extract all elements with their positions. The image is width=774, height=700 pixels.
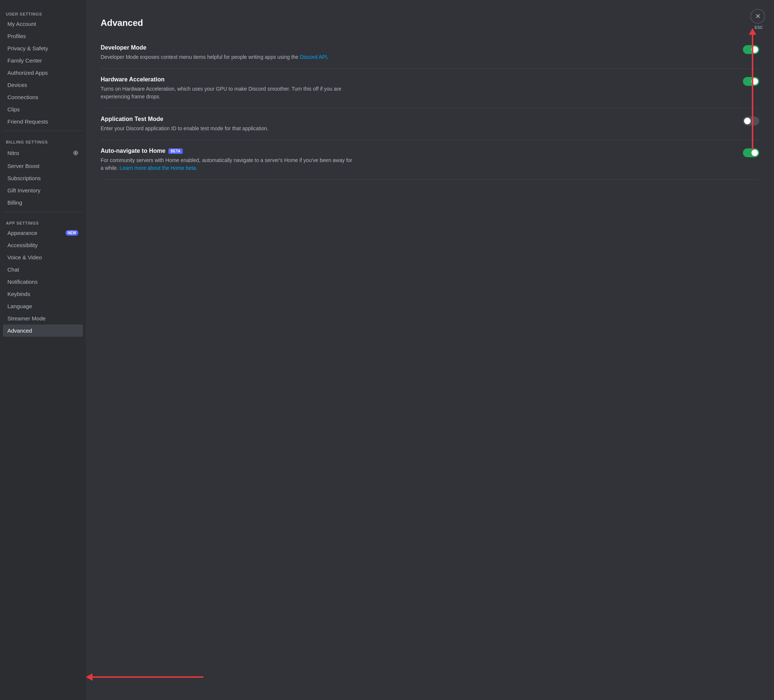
sidebar-item-accessibility[interactable]: Accessibility	[3, 239, 83, 251]
auto-navigate-home-row: Auto-navigate to Home BETA For community…	[101, 147, 759, 172]
hardware-acceleration-toggle[interactable]: ✓	[743, 77, 759, 86]
home-beta-link[interactable]: Learn more about the Home beta.	[119, 165, 197, 171]
arrow-left-head	[86, 674, 93, 681]
application-test-mode-info: Application Test Mode Enter your Discord…	[101, 116, 737, 132]
developer-mode-label: Developer Mode	[101, 45, 737, 51]
sidebar-item-friend-requests[interactable]: Friend Requests	[3, 116, 83, 127]
auto-navigate-home-info: Auto-navigate to Home BETA For community…	[101, 147, 737, 172]
developer-mode-row: Developer Mode Developer Mode exposes co…	[101, 45, 759, 61]
sidebar-item-voice-video[interactable]: Voice & Video	[3, 251, 83, 263]
sidebar-item-keybinds[interactable]: Keybinds	[3, 288, 83, 300]
sidebar-divider-2	[3, 212, 83, 212]
horizontal-arrow-annotation	[86, 674, 203, 681]
sidebar-item-connections[interactable]: Connections	[3, 91, 83, 103]
application-test-mode-row: Application Test Mode Enter your Discord…	[101, 116, 759, 132]
badge-new-appearance: NEW	[66, 230, 78, 236]
badge-beta-auto-navigate: BETA	[168, 148, 182, 154]
sidebar-item-chat[interactable]: Chat	[3, 263, 83, 276]
auto-navigate-home-section: Auto-navigate to Home BETA For community…	[101, 140, 759, 180]
sidebar-item-my-account[interactable]: My Account	[3, 18, 83, 30]
app-settings-section-label: App Settings	[3, 215, 83, 227]
sidebar-divider-1	[3, 131, 83, 131]
arrow-horizontal-body	[93, 676, 203, 678]
user-settings-section-label: User Settings	[3, 6, 83, 18]
sidebar-item-clips[interactable]: Clips	[3, 103, 83, 116]
developer-mode-section: Developer Mode Developer Mode exposes co…	[101, 37, 759, 69]
sidebar-item-subscriptions[interactable]: Subscriptions	[3, 172, 83, 184]
hardware-acceleration-row: Hardware Acceleration Turns on Hardware …	[101, 76, 759, 101]
close-button[interactable]: ✕	[750, 9, 765, 24]
developer-mode-toggle[interactable]: ✓	[743, 45, 759, 54]
developer-mode-description: Developer Mode exposes context menu item…	[101, 53, 352, 61]
sidebar-item-notifications[interactable]: Notifications	[3, 276, 83, 288]
hardware-acceleration-section: Hardware Acceleration Turns on Hardware …	[101, 69, 759, 108]
sidebar-item-devices[interactable]: Devices	[3, 79, 83, 91]
sidebar-item-privacy-safety[interactable]: Privacy & Safety	[3, 42, 83, 55]
discord-api-link[interactable]: Discord API	[300, 54, 327, 60]
auto-navigate-home-toggle[interactable]: ✓	[743, 148, 759, 157]
sidebar-item-streamer-mode[interactable]: Streamer Mode	[3, 312, 83, 324]
sidebar-item-family-center[interactable]: Family Center	[3, 55, 83, 66]
page-title: Advanced	[101, 18, 759, 28]
nitro-icon: ⊕	[73, 149, 78, 157]
application-test-mode-label: Application Test Mode	[101, 116, 737, 122]
sidebar-item-authorized-apps[interactable]: Authorized Apps	[3, 66, 83, 79]
sidebar-item-appearance[interactable]: Appearance NEW	[3, 227, 83, 239]
auto-navigate-home-label: Auto-navigate to Home BETA	[101, 147, 737, 154]
hardware-acceleration-label: Hardware Acceleration	[101, 76, 737, 83]
hardware-acceleration-info: Hardware Acceleration Turns on Hardware …	[101, 76, 737, 101]
main-content: ✕ ESC Advanced Developer Mode Developer …	[86, 0, 774, 700]
sidebar-item-billing[interactable]: Billing	[3, 197, 83, 209]
sidebar-item-language[interactable]: Language	[3, 300, 83, 312]
sidebar-item-profiles[interactable]: Profiles	[3, 30, 83, 42]
application-test-mode-toggle[interactable]: ✕	[743, 117, 759, 126]
sidebar-item-nitro[interactable]: Nitro ⊕	[3, 146, 83, 160]
application-test-mode-description: Enter your Discord application ID to ena…	[101, 125, 352, 132]
sidebar: User Settings My Account Profiles Privac…	[0, 0, 86, 700]
hardware-acceleration-description: Turns on Hardware Acceleration, which us…	[101, 85, 352, 101]
sidebar-item-gift-inventory[interactable]: Gift Inventory	[3, 184, 83, 197]
sidebar-item-server-boost[interactable]: Server Boost	[3, 160, 83, 172]
developer-mode-info: Developer Mode Developer Mode exposes co…	[101, 45, 737, 61]
sidebar-item-advanced[interactable]: Advanced	[3, 324, 83, 337]
billing-settings-section-label: Billing Settings	[3, 134, 83, 146]
esc-label: ESC	[754, 25, 763, 30]
application-test-mode-section: Application Test Mode Enter your Discord…	[101, 108, 759, 140]
auto-navigate-home-description: For community servers with Home enabled,…	[101, 157, 352, 172]
